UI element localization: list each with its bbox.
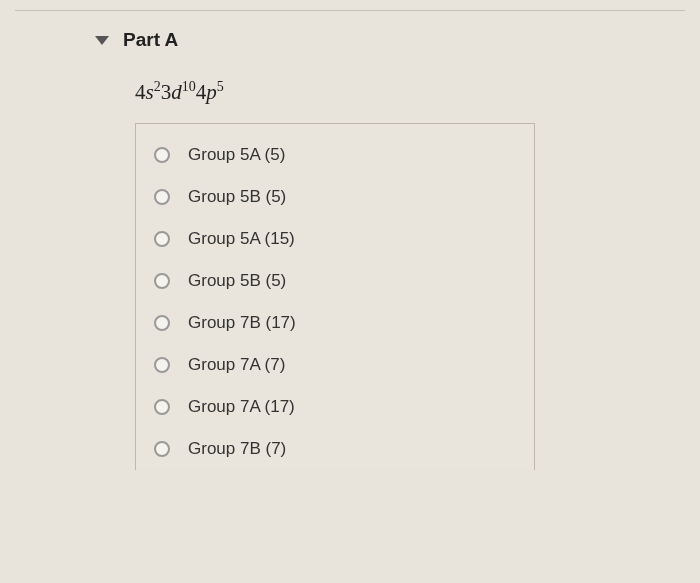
- chevron-down-icon: [95, 36, 109, 45]
- radio-icon: [154, 147, 170, 163]
- part-header[interactable]: Part A: [0, 29, 700, 51]
- radio-icon: [154, 357, 170, 373]
- options-container: Group 5A (5) Group 5B (5) Group 5A (15) …: [135, 123, 535, 470]
- option-row[interactable]: Group 7B (17): [136, 302, 534, 344]
- option-row[interactable]: Group 5B (5): [136, 260, 534, 302]
- top-divider: [15, 10, 685, 11]
- electron-configuration: 4s23d104p5: [0, 79, 700, 105]
- option-row[interactable]: Group 7B (7): [136, 428, 534, 470]
- option-row[interactable]: Group 7A (7): [136, 344, 534, 386]
- radio-icon: [154, 399, 170, 415]
- radio-icon: [154, 441, 170, 457]
- option-label: Group 7B (17): [188, 313, 296, 333]
- option-row[interactable]: Group 5B (5): [136, 176, 534, 218]
- option-row[interactable]: Group 7A (17): [136, 386, 534, 428]
- radio-icon: [154, 273, 170, 289]
- option-row[interactable]: Group 5A (15): [136, 218, 534, 260]
- option-label: Group 7A (7): [188, 355, 285, 375]
- option-label: Group 5B (5): [188, 187, 286, 207]
- option-label: Group 5A (5): [188, 145, 285, 165]
- radio-icon: [154, 231, 170, 247]
- option-label: Group 5A (15): [188, 229, 295, 249]
- option-label: Group 7B (7): [188, 439, 286, 459]
- radio-icon: [154, 315, 170, 331]
- option-label: Group 5B (5): [188, 271, 286, 291]
- option-label: Group 7A (17): [188, 397, 295, 417]
- part-title: Part A: [123, 29, 178, 51]
- radio-icon: [154, 189, 170, 205]
- option-row[interactable]: Group 5A (5): [136, 134, 534, 176]
